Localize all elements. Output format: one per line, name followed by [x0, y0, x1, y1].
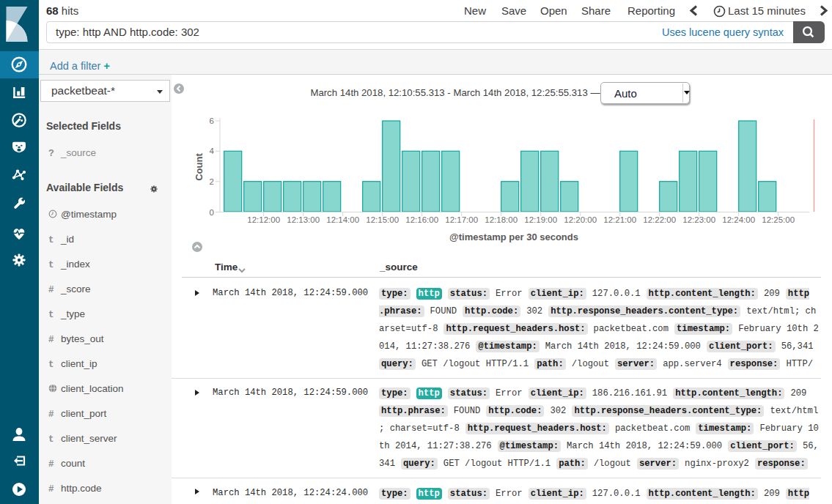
svg-text:12:12:00: 12:12:00 [247, 215, 280, 224]
svg-text:12:16:00: 12:16:00 [405, 215, 438, 224]
svg-text:12:18:00: 12:18:00 [485, 215, 518, 224]
svg-text:0: 0 [210, 208, 214, 217]
svg-text:12:21:00: 12:21:00 [603, 215, 636, 224]
svg-text:12:22:00: 12:22:00 [643, 215, 676, 224]
svg-text:12:17:00: 12:17:00 [445, 215, 478, 224]
svg-text:4: 4 [210, 147, 215, 155]
svg-text:12:24:00: 12:24:00 [722, 215, 755, 224]
svg-text:12:13:00: 12:13:00 [287, 215, 320, 224]
svg-text:12:15:00: 12:15:00 [366, 215, 399, 224]
svg-text:12:19:00: 12:19:00 [524, 215, 557, 224]
svg-text:12:23:00: 12:23:00 [682, 215, 715, 224]
svg-text:2: 2 [210, 177, 214, 186]
svg-text:Count: Count [194, 153, 205, 181]
svg-text:12:14:00: 12:14:00 [326, 215, 359, 224]
svg-text:12:20:00: 12:20:00 [564, 215, 597, 224]
svg-text:12:25:00: 12:25:00 [762, 215, 795, 224]
svg-text:6: 6 [210, 116, 214, 125]
